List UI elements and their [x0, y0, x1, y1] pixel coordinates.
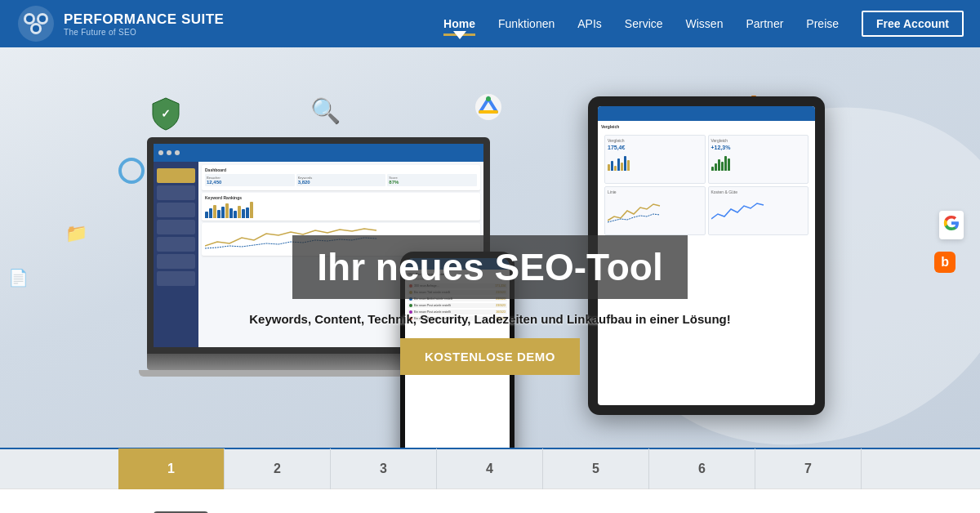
nav-wrapper-home: Home [443, 16, 475, 31]
svg-point-6 [33, 25, 39, 32]
nav-item-partner[interactable]: Partner [746, 14, 783, 33]
google-icon [939, 211, 964, 239]
nav-item-wissen[interactable]: Wissen [686, 14, 724, 33]
page-item-7[interactable]: 7 [755, 448, 862, 489]
hero-section: 🔍 ✓ 📁 📄 b [0, 47, 980, 448]
pagination-bar: 1 2 3 4 5 6 7 [0, 448, 980, 488]
logo-text: Performance Suite The Future of SEO [64, 11, 224, 37]
main-nav: Home Funktionen APIs Service Wissen Part… [443, 11, 964, 37]
nav-item-apis[interactable]: APIs [577, 14, 602, 33]
hero-main-title: Ihr neues SEO-Tool [204, 235, 776, 306]
nav-active-arrow [453, 31, 466, 39]
cta-demo-button[interactable]: KOSTENLOSE DEMO [400, 338, 580, 375]
bing-icon: b [934, 252, 956, 273]
hero-subtitle: Keywords, Content, Technik, Security, La… [249, 312, 731, 326]
page-item-2[interactable]: 2 [225, 448, 331, 489]
page-item-5[interactable]: 5 [543, 448, 649, 489]
logo-area[interactable]: Performance Suite The Future of SEO [16, 4, 224, 43]
logo-title: Performance Suite [64, 11, 224, 28]
free-account-button[interactable]: Free Account [862, 11, 964, 37]
clients-logos: Turner s·Oliver® NETGEAR ROSE MSD e·on [114, 508, 947, 514]
folder-icon: 📁 [65, 223, 87, 244]
svg-point-5 [39, 16, 46, 22]
client-logo-rose: ROSE [582, 508, 659, 514]
page-item-3[interactable]: 3 [331, 448, 437, 489]
hero-text-overlay: Ihr neues SEO-Tool Keywords, Content, Te… [204, 235, 776, 375]
logo-subtitle: The Future of SEO [64, 28, 224, 37]
clients-bar: Unsere Kunden Turner s·Oliver® NETGEAR R… [0, 488, 980, 513]
nav-item-service[interactable]: Service [625, 14, 663, 33]
header: Performance Suite The Future of SEO Home… [0, 0, 980, 47]
svg-point-4 [26, 16, 33, 22]
logo-icon [16, 4, 56, 43]
nav-item-funktionen[interactable]: Funktionen [498, 14, 555, 33]
page-item-4[interactable]: 4 [437, 448, 543, 489]
page-item-1[interactable]: 1 [118, 448, 225, 489]
file-icon: 📄 [8, 268, 29, 288]
page-item-6[interactable]: 6 [649, 448, 755, 489]
nav-item-preise[interactable]: Preise [806, 14, 839, 33]
